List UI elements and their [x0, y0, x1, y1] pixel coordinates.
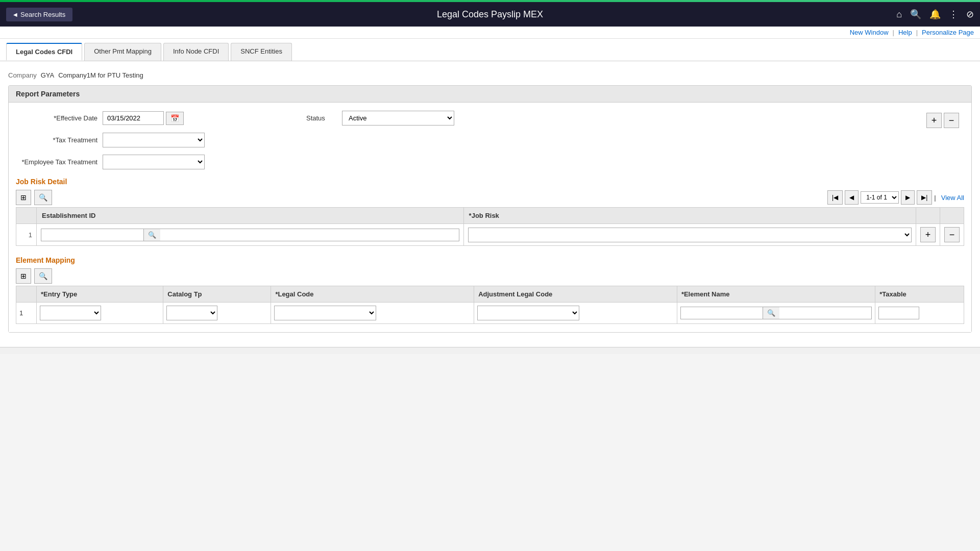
employee-tax-treatment-select[interactable] — [103, 155, 205, 169]
em-col-adjustment-legal-code: Adjustment Legal Code — [474, 286, 677, 303]
more-icon[interactable]: ⋮ — [949, 9, 958, 20]
establishment-id-search-button[interactable]: 🔍 — [143, 229, 160, 241]
em-col-taxable: *Taxable — [875, 286, 964, 303]
add-remove-buttons: + − — [926, 113, 959, 128]
element-mapping-table-scroll[interactable]: *Entry Type Catalog Tp *Legal Code Adjus… — [16, 286, 964, 324]
section-body: *Effective Date 📅 Status Active Inac — [9, 103, 971, 332]
em-grid-search-icon: 🔍 — [39, 272, 47, 280]
col-row-num — [16, 208, 37, 224]
nav-icons: ⌂ 🔍 🔔 ⋮ ⊘ — [896, 9, 974, 20]
tab-sncf-entities[interactable]: SNCF Entities — [231, 43, 292, 61]
em-col-entry-type: *Entry Type — [37, 286, 163, 303]
back-button-label: Search Results — [20, 11, 65, 18]
effective-date-input[interactable] — [103, 111, 164, 125]
legal-code-select[interactable] — [274, 306, 376, 320]
page-info-select[interactable]: 1-1 of 1 — [861, 191, 899, 204]
em-row-number: 1 — [16, 303, 37, 324]
em-taxable-cell — [875, 303, 964, 324]
next-page-button[interactable]: ▶ — [901, 190, 915, 205]
em-grid-settings-icon: ⊞ — [20, 272, 27, 280]
job-risk-cell — [463, 224, 916, 246]
tab-legal-codes-cfdi[interactable]: Legal Codes CFDI — [6, 43, 82, 61]
em-catalog-tp-cell — [163, 303, 271, 324]
job-risk-select[interactable] — [468, 228, 912, 242]
job-risk-table: Establishment ID *Job Risk — [16, 207, 964, 246]
back-button[interactable]: Search Results — [6, 8, 72, 21]
effective-date-wrap: 📅 — [103, 111, 184, 125]
grid-settings-icon: ⊞ — [20, 193, 27, 202]
em-grid-settings-button[interactable]: ⊞ — [16, 268, 31, 284]
table-row: 1 — [16, 303, 964, 324]
element-name-search-button[interactable]: 🔍 — [763, 307, 779, 319]
row-add-cell: + — [916, 224, 940, 246]
company-name: Company1M for PTU Testing — [58, 71, 143, 79]
em-adjustment-legal-code-cell — [474, 303, 677, 324]
page-content: Company GYA Company1M for PTU Testing Re… — [0, 61, 980, 347]
row-remove-button[interactable]: − — [944, 227, 960, 242]
element-mapping-section: Element Mapping ⊞ 🔍 — [16, 256, 964, 324]
tax-treatment-select[interactable] — [103, 133, 205, 147]
tab-info-node-cfdi[interactable]: Info Node CFDI — [163, 43, 229, 61]
breadcrumb: Company GYA Company1M for PTU Testing — [8, 67, 972, 85]
col-establishment-id: Establishment ID — [37, 208, 464, 224]
element-mapping-title: Element Mapping — [16, 256, 964, 264]
job-risk-table-scroll[interactable]: Establishment ID *Job Risk — [16, 207, 964, 246]
element-mapping-table: *Entry Type Catalog Tp *Legal Code Adjus… — [16, 286, 964, 324]
horizontal-scrollbar[interactable] — [0, 347, 980, 354]
grid-search-icon: 🔍 — [39, 193, 47, 202]
tab-other-pmt-mapping[interactable]: Other Pmt Mapping — [84, 43, 161, 61]
effective-date-label: *Effective Date — [16, 114, 97, 122]
table-row: 1 🔍 — [16, 224, 964, 246]
company-code: GYA — [41, 71, 55, 79]
em-entry-type-cell — [37, 303, 163, 324]
element-mapping-toolbar: ⊞ 🔍 — [16, 268, 964, 284]
search-icon[interactable]: 🔍 — [910, 9, 921, 20]
em-element-name-cell: 🔍 — [677, 303, 875, 324]
row-add-button[interactable]: + — [920, 227, 936, 242]
row-number: 1 — [16, 224, 37, 246]
em-col-element-name: *Element Name — [677, 286, 875, 303]
employee-tax-treatment-label: *Employee Tax Treatment — [16, 158, 97, 166]
element-name-input[interactable] — [681, 307, 763, 319]
help-link[interactable]: Help — [898, 29, 912, 36]
job-risk-detail-section: Job Risk Detail ⊞ 🔍 |◀ ◀ 1-1 of 1 — [16, 178, 964, 246]
section-header: Report Parameters — [9, 86, 971, 103]
job-risk-toolbar: ⊞ 🔍 |◀ ◀ 1-1 of 1 ▶ ▶| | — [16, 190, 964, 205]
status-select[interactable]: Active Inactive — [342, 111, 454, 126]
em-col-catalog-tp: Catalog Tp — [163, 286, 271, 303]
grid-settings-button[interactable]: ⊞ — [16, 190, 31, 205]
bell-icon[interactable]: 🔔 — [929, 9, 941, 20]
col-remove — [940, 208, 964, 224]
status-label: Status — [306, 114, 337, 122]
entry-type-select[interactable] — [40, 306, 101, 320]
grid-search-button[interactable]: 🔍 — [34, 190, 52, 205]
tabs-bar: Legal Codes CFDI Other Pmt Mapping Info … — [0, 39, 980, 61]
prev-page-button[interactable]: ◀ — [845, 190, 859, 205]
report-parameters-section: Report Parameters *Effective Date 📅 — [8, 85, 972, 333]
company-label: Company — [8, 71, 37, 79]
em-col-rownum — [16, 286, 37, 303]
personalize-page-link[interactable]: Personalize Page — [922, 29, 974, 36]
taxable-input[interactable] — [878, 307, 919, 319]
col-add — [916, 208, 940, 224]
establishment-id-input[interactable] — [41, 229, 143, 241]
new-window-link[interactable]: New Window — [850, 29, 889, 36]
page-title: Legal Codes Payslip MEX — [437, 9, 543, 20]
em-grid-search-button[interactable]: 🔍 — [34, 268, 52, 284]
user-icon[interactable]: ⊘ — [966, 9, 974, 20]
view-all-link[interactable]: View All — [941, 194, 964, 202]
establishment-id-cell: 🔍 — [37, 224, 464, 246]
adjustment-legal-code-select[interactable] — [477, 306, 579, 320]
home-icon[interactable]: ⌂ — [896, 9, 902, 20]
em-col-legal-code: *Legal Code — [271, 286, 474, 303]
calendar-button[interactable]: 📅 — [166, 112, 184, 125]
last-page-button[interactable]: ▶| — [917, 190, 932, 205]
catalog-tp-select[interactable] — [166, 306, 217, 320]
remove-row-button[interactable]: − — [944, 113, 959, 128]
first-page-button[interactable]: |◀ — [827, 190, 843, 205]
utility-bar: New Window | Help | Personalize Page — [0, 27, 980, 39]
add-row-button[interactable]: + — [926, 113, 942, 128]
row-remove-cell: − — [940, 224, 964, 246]
tax-treatment-label: *Tax Treatment — [16, 136, 97, 144]
pagination: |◀ ◀ 1-1 of 1 ▶ ▶| | View All — [827, 190, 964, 205]
